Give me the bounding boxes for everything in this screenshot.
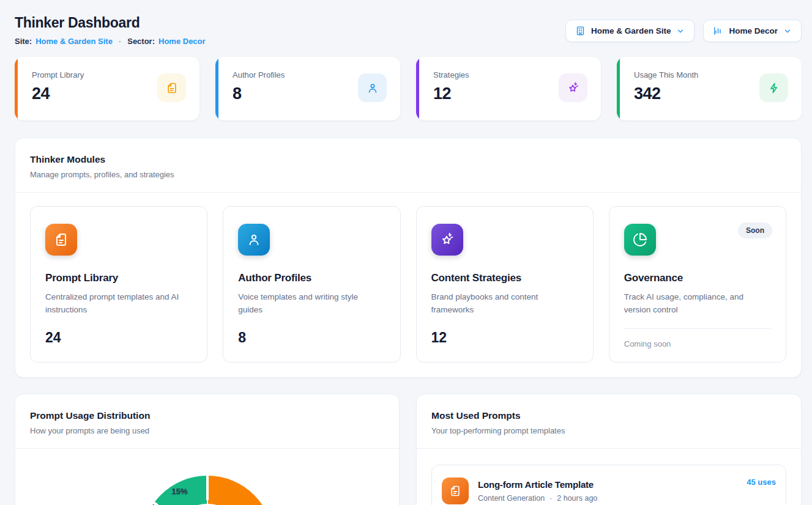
stat-card-usage: Usage This Month 342 bbox=[617, 57, 802, 120]
site-selector-label: Home & Garden Site bbox=[591, 26, 671, 35]
user-icon bbox=[238, 224, 270, 256]
module-card-prompt-library[interactable]: Prompt Library Centralized prompt templa… bbox=[30, 206, 207, 363]
bar-chart-icon bbox=[713, 26, 723, 36]
stat-card-author-profiles: Author Profiles 8 bbox=[215, 57, 400, 120]
sector-selector-label: Home Decor bbox=[729, 26, 778, 35]
soon-badge: Soon bbox=[738, 223, 772, 238]
divider bbox=[624, 328, 771, 329]
header-selectors: Home & Garden Site Home Decor bbox=[565, 20, 802, 42]
sector-label: Sector: bbox=[127, 37, 155, 46]
usage-panel-header: Prompt Usage Distribution How your promp… bbox=[15, 394, 399, 448]
module-description: Voice templates and writing style guides bbox=[238, 291, 379, 317]
module-card-author-profiles[interactable]: Author Profiles Voice templates and writ… bbox=[223, 206, 400, 363]
module-title: Prompt Library bbox=[45, 272, 192, 284]
chevron-down-icon bbox=[783, 27, 792, 35]
module-count: 8 bbox=[238, 330, 385, 346]
donut-chart: 15% bbox=[141, 476, 274, 505]
prompts-panel-subtitle: Your top-performing prompt templates bbox=[431, 426, 786, 435]
donut-slice-label: 15% bbox=[171, 487, 187, 496]
sector-selector-dropdown[interactable]: Home Decor bbox=[703, 20, 802, 42]
zap-icon bbox=[759, 73, 788, 102]
modules-grid: Prompt Library Centralized prompt templa… bbox=[15, 193, 801, 377]
modules-panel-subtitle: Manage prompts, profiles, and strategies bbox=[30, 170, 786, 179]
module-description: Track AI usage, compliance, and version … bbox=[624, 291, 765, 317]
module-title: Content Strategies bbox=[431, 272, 578, 284]
module-description: Brand playbooks and content frameworks bbox=[431, 291, 572, 317]
module-description: Centralized prompt templates and AI inst… bbox=[45, 291, 186, 317]
star-sparkle-icon bbox=[431, 224, 463, 256]
module-card-governance[interactable]: Soon Governance Track AI usage, complian… bbox=[609, 206, 786, 363]
sector-link[interactable]: Home Decor bbox=[158, 37, 206, 46]
donut-chart-ring bbox=[141, 476, 274, 505]
site-link[interactable]: Home & Garden Site bbox=[35, 37, 113, 46]
usage-panel-subtitle: How your prompts are being used bbox=[30, 426, 384, 435]
modules-panel-title: Thinker Modules bbox=[30, 154, 786, 165]
stat-card-strategies: Strategies 12 bbox=[416, 57, 601, 120]
separator-dot: · bbox=[116, 37, 124, 46]
document-icon bbox=[157, 73, 186, 102]
divider bbox=[15, 448, 399, 449]
module-title: Governance bbox=[624, 272, 771, 284]
thinker-modules-panel: Thinker Modules Manage prompts, profiles… bbox=[15, 138, 802, 378]
header-text-block: Thinker Dashboard Site: Home & Garden Si… bbox=[15, 15, 206, 46]
usage-panel-title: Prompt Usage Distribution bbox=[30, 410, 384, 421]
chevron-down-icon bbox=[676, 27, 685, 35]
usage-distribution-panel: Prompt Usage Distribution How your promp… bbox=[15, 394, 400, 505]
prompt-timestamp: 2 hours ago bbox=[557, 494, 597, 503]
site-selector-dropdown[interactable]: Home & Garden Site bbox=[565, 20, 695, 42]
module-card-content-strategies[interactable]: Content Strategies Brand playbooks and c… bbox=[416, 206, 594, 363]
document-icon bbox=[45, 224, 77, 256]
site-label: Site: bbox=[15, 37, 32, 46]
prompt-category: Content Generation bbox=[478, 494, 545, 503]
prompt-item-title: Long-form Article Template bbox=[478, 479, 597, 490]
bottom-row: Prompt Usage Distribution How your promp… bbox=[15, 394, 802, 505]
module-count: 12 bbox=[431, 330, 578, 346]
most-used-prompts-panel: Most Used Prompts Your top-performing pr… bbox=[416, 394, 802, 505]
prompt-item-meta: Content Generation · 2 hours ago bbox=[478, 494, 597, 503]
module-title: Author Profiles bbox=[238, 272, 385, 284]
prompt-uses-badge: 45 uses bbox=[747, 477, 776, 487]
prompts-panel-header: Most Used Prompts Your top-performing pr… bbox=[417, 394, 801, 448]
user-icon bbox=[358, 73, 387, 102]
module-count: 24 bbox=[45, 330, 192, 346]
prompt-list: Long-form Article Template Content Gener… bbox=[417, 449, 801, 505]
page-title: Thinker Dashboard bbox=[15, 15, 206, 31]
dashboard-page: Thinker Dashboard Site: Home & Garden Si… bbox=[0, 0, 812, 505]
modules-panel-header: Thinker Modules Manage prompts, profiles… bbox=[15, 138, 801, 192]
page-header: Thinker Dashboard Site: Home & Garden Si… bbox=[15, 15, 802, 46]
building-icon bbox=[575, 26, 586, 36]
prompts-panel-title: Most Used Prompts bbox=[431, 410, 786, 421]
separator-dot: · bbox=[549, 494, 552, 503]
coming-soon-text: Coming soon bbox=[624, 339, 771, 348]
stats-row: Prompt Library 24 Author Profiles 8 Stra… bbox=[15, 57, 802, 120]
document-icon bbox=[442, 477, 469, 504]
stat-card-prompt-library: Prompt Library 24 bbox=[15, 57, 199, 120]
star-sparkle-icon bbox=[559, 73, 587, 102]
breadcrumb: Site: Home & Garden Site · Sector: Home … bbox=[15, 37, 206, 46]
list-item-prompt[interactable]: Long-form Article Template Content Gener… bbox=[431, 465, 786, 505]
prompt-item-text: Long-form Article Template Content Gener… bbox=[478, 479, 597, 503]
pie-chart-icon bbox=[624, 224, 656, 256]
